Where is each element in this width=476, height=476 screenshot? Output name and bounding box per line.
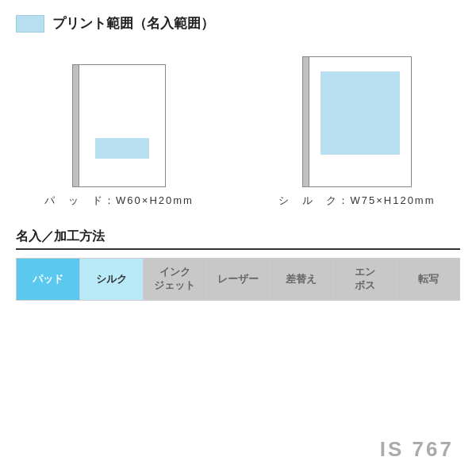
page-container: プリント範囲（名入範囲） パ ッ ド：W60×H20mm シ ル ク：W75×H… xyxy=(0,0,476,476)
legend-color-box xyxy=(16,15,44,33)
legend-label: プリント範囲（名入範囲） xyxy=(52,14,214,33)
spine-pad xyxy=(72,64,79,187)
bottom-section: 名入／加工方法 パッド シルク インク ジェット レーザー 差替え エン ボス … xyxy=(16,228,460,301)
notebook-silk xyxy=(302,56,412,187)
diagram-silk: シ ル ク：W75×H120mm xyxy=(254,56,460,208)
print-area-pad xyxy=(95,138,149,159)
legend-row: プリント範囲（名入範囲） xyxy=(16,14,460,33)
method-pad[interactable]: パッド xyxy=(17,259,80,300)
page-pad xyxy=(79,64,166,187)
diagram-pad: パ ッ ド：W60×H20mm xyxy=(16,64,222,208)
watermark: IS 767 xyxy=(380,437,454,462)
method-inkjet[interactable]: インク ジェット xyxy=(144,259,207,300)
print-area-silk xyxy=(321,71,400,155)
diagrams-row: パ ッ ド：W60×H20mm シ ル ク：W75×H120mm xyxy=(16,56,460,208)
method-transfer[interactable]: 転写 xyxy=(397,259,459,300)
section-title: 名入／加工方法 xyxy=(16,228,460,250)
page-silk xyxy=(309,56,412,187)
spine-silk xyxy=(302,56,309,187)
diagram-pad-label: パ ッ ド：W60×H20mm xyxy=(44,194,194,208)
diagram-silk-label: シ ル ク：W75×H120mm xyxy=(278,194,435,208)
notebook-pad xyxy=(72,64,166,187)
method-replace[interactable]: 差替え xyxy=(270,259,333,300)
method-silk[interactable]: シルク xyxy=(80,259,144,300)
method-laser[interactable]: レーザー xyxy=(207,259,271,300)
methods-row: パッド シルク インク ジェット レーザー 差替え エン ボス 転写 xyxy=(16,258,460,301)
method-emboss[interactable]: エン ボス xyxy=(333,259,397,300)
